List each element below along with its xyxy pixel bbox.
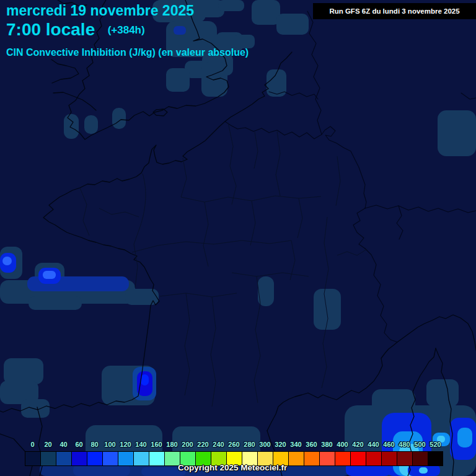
scale-tick-label: 160 [149, 439, 164, 450]
scale-tick-label: 260 [226, 439, 242, 450]
mediterranean-coast [267, 315, 476, 431]
scale-color-cell [288, 451, 304, 466]
scale-tick-label: 140 [133, 439, 149, 450]
scale-color-cell [87, 451, 102, 466]
coastline-group [0, 0, 476, 476]
scale-color-cell [71, 451, 87, 466]
forecast-offset: (+384h) [108, 24, 145, 37]
scale-tick-label: 360 [304, 439, 319, 450]
border-fr-it [365, 249, 397, 342]
scale-tick-label: 500 [412, 439, 428, 450]
border-ch-west [353, 208, 365, 249]
scale-color-cell [319, 451, 335, 466]
scale-color-cell [149, 451, 164, 466]
scale-tick-label: 240 [211, 439, 226, 450]
scale-tick-label: 280 [242, 439, 257, 450]
country-border-group [225, 11, 476, 342]
scale-tick-label: 460 [381, 439, 397, 450]
map-header: mercredi 19 novembre 2025 7:00 locale (+… [6, 2, 249, 58]
border-ch-it [397, 206, 403, 239]
border-be-de [225, 121, 366, 208]
scale-tick-label: 20 [40, 439, 56, 450]
scale-tick-label: 40 [56, 439, 71, 450]
scale-color-cell [366, 451, 381, 466]
scale-tick-label: 100 [102, 439, 118, 450]
scale-color-cell [381, 451, 397, 466]
scale-color-cell [304, 451, 319, 466]
continent-atlantic-coast [0, 52, 292, 412]
department-line-group [80, 123, 367, 407]
border-nl-de [307, 11, 322, 134]
scale-tick-label: 440 [366, 439, 381, 450]
scale-tick-label: 320 [273, 439, 288, 450]
scale-color-cell [40, 451, 56, 466]
copyright-text: Copyright 2025 Meteociel.fr [178, 463, 287, 472]
scale-color-cell [118, 451, 133, 466]
scale-tick-label: 340 [288, 439, 304, 450]
scale-color-cell [350, 451, 366, 466]
scale-tick-label: 520 [428, 439, 443, 450]
color-scale: 0204060801001201401601802002202402602803… [25, 439, 443, 466]
scale-tick-label: 120 [118, 439, 133, 450]
scale-color-cell [397, 451, 412, 466]
parameter-title: CIN Convective Inhibition (J/kg) (en val… [6, 47, 249, 58]
scale-tick-label: 300 [257, 439, 273, 450]
color-scale-labels: 0204060801001201401601802002202402602803… [25, 439, 443, 450]
scale-color-cell [412, 451, 428, 466]
valid-date: mercredi 19 novembre 2025 [6, 2, 249, 19]
scale-tick-label: 420 [350, 439, 366, 450]
border-alps-east [365, 205, 476, 213]
weather-map-page: mercredi 19 novembre 2025 7:00 locale (+… [0, 0, 476, 476]
model-run-info: Run GFS 6Z du lundi 3 novembre 2025 [313, 3, 476, 19]
valid-time: 7:00 locale [6, 20, 95, 40]
scale-tick-label: 60 [71, 439, 87, 450]
scale-tick-label: 180 [164, 439, 180, 450]
scale-tick-label: 220 [195, 439, 211, 450]
scale-tick-label: 480 [397, 439, 412, 450]
scale-color-cell [428, 451, 443, 466]
scale-tick-label: 0 [25, 439, 40, 450]
scale-tick-label: 380 [319, 439, 335, 450]
map-coastlines [0, 0, 476, 476]
scale-color-cell [102, 451, 118, 466]
scale-color-cell [56, 451, 71, 466]
valid-time-row: 7:00 locale (+384h) [6, 20, 249, 40]
border-nl-be [269, 92, 318, 99]
scale-tick-label: 80 [87, 439, 102, 450]
border-de-internal [461, 93, 476, 99]
scale-tick-label: 200 [180, 439, 195, 450]
scale-color-cell [133, 451, 149, 466]
scale-tick-label: 400 [335, 439, 350, 450]
scale-color-cell [335, 451, 350, 466]
scale-color-cell [25, 451, 40, 466]
bristol-channel [51, 60, 79, 83]
